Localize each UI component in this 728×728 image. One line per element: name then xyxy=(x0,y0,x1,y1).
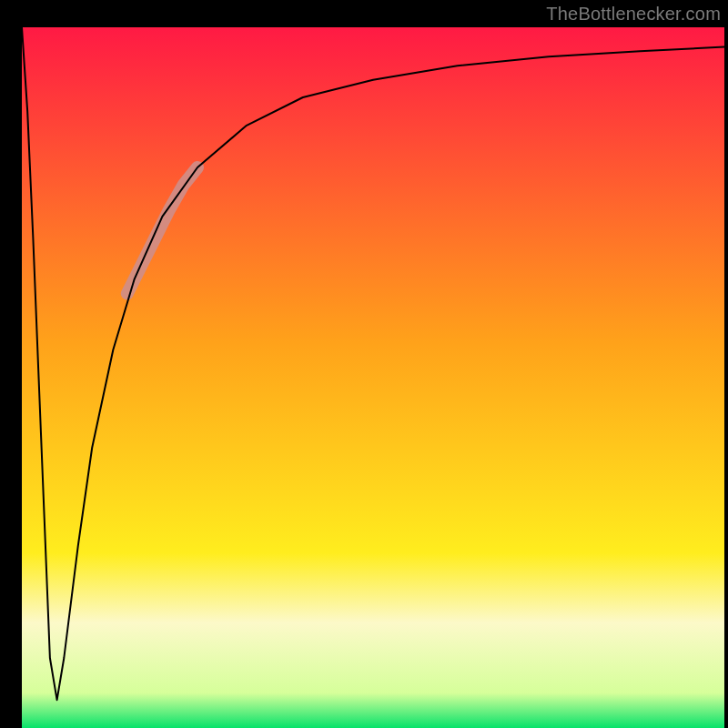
chart-svg xyxy=(0,0,728,728)
attribution-text: TheBottleneсker.com xyxy=(546,4,721,25)
plot-background xyxy=(22,27,724,728)
bottleneck-chart: TheBottleneсker.com xyxy=(0,0,728,728)
